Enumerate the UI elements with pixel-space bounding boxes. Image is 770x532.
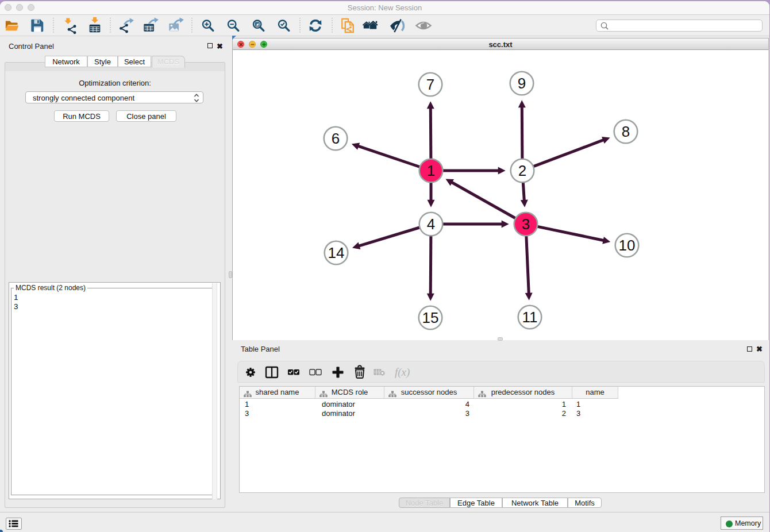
svg-text:15: 15 [422, 309, 439, 326]
svg-text:10: 10 [619, 237, 636, 254]
svg-text:8: 8 [622, 123, 630, 140]
svg-text:1: 1 [427, 162, 435, 179]
svg-text:2: 2 [518, 162, 526, 179]
svg-text:4: 4 [427, 215, 435, 233]
svg-text:7: 7 [426, 76, 434, 93]
svg-text:3: 3 [522, 215, 530, 233]
svg-text:9: 9 [518, 75, 526, 92]
svg-text:14: 14 [328, 244, 345, 261]
svg-text:6: 6 [332, 130, 340, 147]
svg-text:11: 11 [522, 309, 538, 326]
